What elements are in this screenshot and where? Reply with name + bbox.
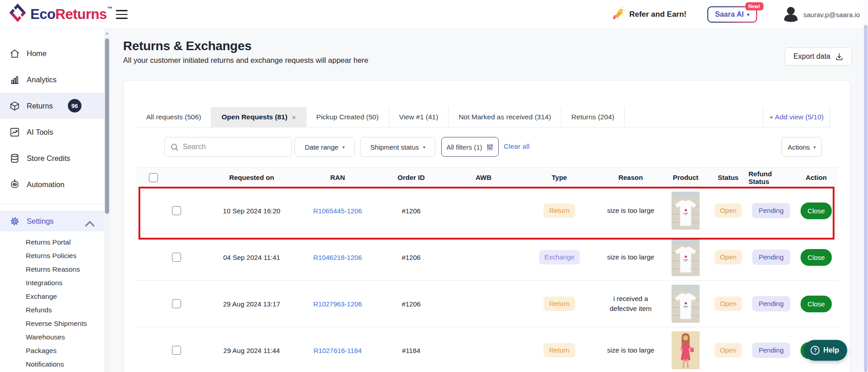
type-badge: Exchange bbox=[539, 250, 580, 265]
status-badge: Open bbox=[715, 203, 742, 218]
row-checkbox[interactable] bbox=[172, 299, 181, 308]
tab-open-requests[interactable]: Open Requests (81) × bbox=[211, 107, 306, 127]
refer-and-earn-link[interactable]: Refer and Earn! bbox=[612, 7, 687, 23]
page-subtitle: All your customer initiated returns and … bbox=[123, 56, 368, 65]
user-menu[interactable]: saurav.p@saara.io bbox=[782, 5, 860, 24]
actions-label: Actions bbox=[787, 143, 810, 151]
export-data-label: Export data bbox=[793, 52, 830, 61]
ran-link[interactable]: R1027616-1184 bbox=[314, 347, 362, 354]
export-data-button[interactable]: Export data bbox=[785, 47, 852, 66]
sidebar-item-label: AI Tools bbox=[27, 128, 53, 137]
sidebar-item-analytics[interactable]: Analytics bbox=[0, 66, 104, 93]
refund-status-badge: Pending bbox=[752, 343, 790, 358]
page-scrollbar-thumb[interactable] bbox=[864, 25, 868, 372]
user-email: saurav.p@saara.io bbox=[803, 11, 860, 19]
table-row: 04 Sep 2024 11:41 R1046218-1206 #1206 Ex… bbox=[136, 234, 839, 281]
tab-not-marked-received[interactable]: Not Marked as received (314) bbox=[448, 107, 561, 127]
status-badge: Open bbox=[715, 250, 742, 265]
topbar-right: Refer and Earn! New! Saara AI▾ saurav.p@… bbox=[612, 0, 860, 29]
close-request-button[interactable]: Close bbox=[801, 296, 831, 312]
sidebar-subitem-reverse-shipments[interactable]: Reverse Shipments bbox=[0, 317, 104, 330]
sidebar-scrollbar-thumb[interactable] bbox=[105, 38, 109, 214]
add-view-button[interactable]: + Add view (5/10) bbox=[763, 107, 830, 127]
ran-link[interactable]: R1046218-1206 bbox=[313, 254, 362, 261]
order-id-cell: #1184 bbox=[376, 327, 446, 372]
refund-status-badge: Pending bbox=[752, 203, 790, 219]
avatar bbox=[782, 5, 799, 24]
refund-status-badge: Pending bbox=[752, 250, 790, 265]
close-request-button[interactable]: Close bbox=[801, 249, 831, 266]
sidebar-subitem-warehouses[interactable]: Warehouses bbox=[0, 330, 104, 344]
shipment-status-dropdown[interactable]: Shipment status ▾ bbox=[360, 137, 435, 157]
sidebar-subitem-returns-policies[interactable]: Returns Policies bbox=[0, 249, 104, 263]
close-tab-icon[interactable]: × bbox=[292, 113, 296, 121]
scroll-up-arrow-icon[interactable]: ▲ bbox=[104, 31, 110, 35]
awb-cell bbox=[446, 234, 521, 280]
row-checkbox[interactable] bbox=[172, 206, 181, 215]
tab-view-1[interactable]: View #1 (41) bbox=[389, 107, 449, 127]
column-header-reason: Reason bbox=[598, 168, 663, 187]
bar-chart-icon bbox=[10, 75, 20, 85]
sidebar-subitem-returns-portal[interactable]: Returns Portal bbox=[0, 235, 104, 249]
sidebar-subitem-integrations[interactable]: Integrations bbox=[0, 276, 104, 290]
sidebar-item-store-credits[interactable]: Store Credits bbox=[0, 145, 104, 171]
tab-pickup-created[interactable]: Pickup Created (50) bbox=[306, 107, 389, 127]
tab-returns[interactable]: Returns (204) bbox=[562, 107, 625, 127]
close-request-button[interactable]: Close bbox=[801, 202, 831, 219]
page-scrollbar[interactable] bbox=[863, 0, 868, 372]
all-filters-button[interactable]: All filters (1) bbox=[441, 137, 499, 157]
date-range-dropdown[interactable]: Date range ▾ bbox=[295, 137, 355, 157]
package-icon bbox=[10, 101, 20, 111]
status-badge: Open bbox=[715, 343, 742, 358]
table-row: 29 Aug 2024 11:44 R1027616-1184 #1184 Re… bbox=[136, 327, 839, 372]
tab-all-requests[interactable]: All requests (506) bbox=[136, 107, 211, 127]
ran-link[interactable]: R1065445-1206 bbox=[313, 207, 362, 215]
requested-on-cell: 04 Sep 2024 11:41 bbox=[204, 234, 299, 280]
sliders-icon bbox=[486, 143, 494, 151]
sidebar-item-home[interactable]: Home bbox=[0, 40, 104, 66]
product-image-tshirt[interactable] bbox=[672, 192, 700, 230]
requested-on-cell: 10 Sep 2024 16:20 bbox=[204, 188, 299, 234]
logo-text: EcoReturns™ bbox=[30, 6, 112, 23]
type-badge: Return bbox=[544, 297, 575, 311]
sidebar-subitem-notifications[interactable]: Notifications bbox=[0, 358, 104, 371]
sidebar-subitem-packages[interactable]: Packages bbox=[0, 344, 104, 358]
sidebar-item-label: Automation bbox=[27, 180, 64, 189]
clear-all-link[interactable]: Clear all bbox=[504, 142, 529, 151]
column-header-requested-on: Requested on bbox=[204, 168, 299, 187]
all-filters-label: All filters (1) bbox=[446, 143, 482, 151]
order-id-cell: #1206 bbox=[376, 188, 446, 234]
actions-dropdown[interactable]: Actions ▾ bbox=[782, 137, 822, 157]
sidebar-subitem-exchange[interactable]: Exchange bbox=[0, 290, 104, 303]
sidebar-item-ai-tools[interactable]: AI Tools bbox=[0, 119, 104, 145]
row-checkbox[interactable] bbox=[172, 346, 181, 355]
chevron-down-icon: ▾ bbox=[343, 145, 345, 150]
product-image-tshirt[interactable] bbox=[672, 238, 700, 276]
product-image-dress[interactable] bbox=[672, 331, 700, 369]
search-input[interactable] bbox=[183, 143, 286, 151]
help-button[interactable]: ? Help bbox=[804, 340, 847, 361]
row-checkbox[interactable] bbox=[172, 253, 181, 262]
logo[interactable]: EcoReturns™ bbox=[9, 4, 112, 25]
sidebar-subitem-refunds[interactable]: Refunds bbox=[0, 303, 104, 317]
requested-on-cell: 29 Aug 2024 11:44 bbox=[204, 327, 299, 372]
sidebar-item-label: Store Credits bbox=[27, 154, 70, 163]
search-icon bbox=[170, 143, 179, 151]
sidebar-subitem-returns-reasons[interactable]: Returns Reasons bbox=[0, 263, 104, 276]
status-badge: Open bbox=[715, 297, 742, 311]
view-tabs: All requests (506) Open Requests (81) × … bbox=[136, 107, 830, 127]
sidebar-item-automation[interactable]: Automation bbox=[0, 171, 104, 198]
select-all-checkbox[interactable] bbox=[149, 173, 158, 182]
product-image-tshirt[interactable] bbox=[672, 285, 700, 323]
sidebar-item-returns[interactable]: Returns 96 bbox=[0, 93, 104, 119]
sidebar-scrollbar[interactable]: ▲ bbox=[104, 29, 110, 372]
column-header-status: Status bbox=[708, 168, 749, 187]
refer-and-earn-label: Refer and Earn! bbox=[629, 10, 687, 19]
sidebar-item-settings[interactable]: Settings bbox=[0, 211, 104, 231]
ran-link[interactable]: R1027963-1206 bbox=[313, 300, 362, 308]
menu-toggle-button[interactable] bbox=[116, 10, 128, 19]
megaphone-icon bbox=[612, 7, 625, 23]
search-box bbox=[164, 137, 292, 157]
gear-icon bbox=[10, 216, 20, 226]
awb-cell bbox=[446, 188, 521, 234]
